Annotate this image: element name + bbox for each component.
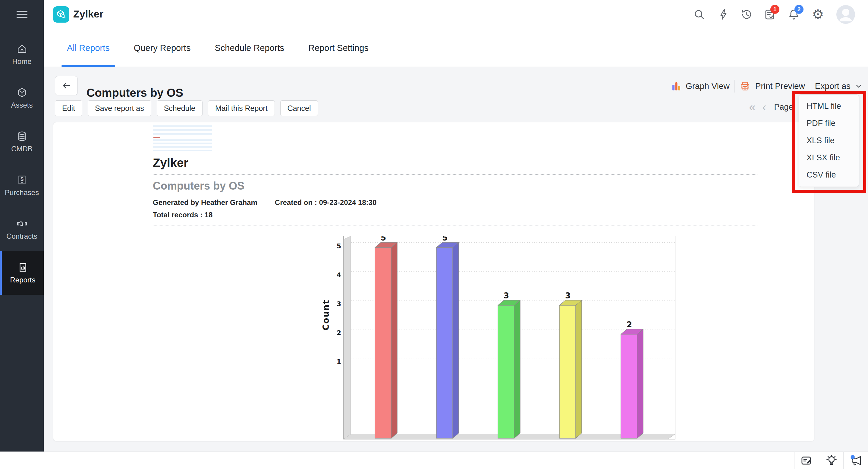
approvals-button[interactable]: 1: [763, 7, 777, 22]
export-as-button[interactable]: Export as: [815, 82, 850, 91]
svg-text:4: 4: [337, 271, 341, 279]
svg-text:Count: Count: [321, 299, 331, 330]
divider: [810, 80, 810, 93]
cancel-button[interactable]: Cancel: [280, 100, 318, 116]
divider: [735, 80, 735, 93]
sidebar-item-home[interactable]: Home: [0, 33, 44, 76]
export-option-html[interactable]: HTML file: [799, 98, 859, 115]
assets-cube-icon: [16, 87, 28, 98]
schedule-button[interactable]: Schedule: [157, 100, 203, 116]
reports-tabs: All ReportsQuery ReportsSchedule Reports…: [44, 29, 868, 67]
chart-bar: 3: [498, 291, 520, 438]
chart-bar: 5: [375, 236, 397, 438]
cmdb-database-icon: [16, 130, 28, 142]
sidebar-item-label: Home: [12, 57, 31, 66]
search-icon: [693, 8, 705, 21]
sidebar-item-label: Assets: [11, 101, 33, 110]
sidebar-item-purchases[interactable]: $Purchases: [0, 164, 44, 207]
approvals-badge: 1: [770, 5, 779, 14]
dotted-separator: [153, 174, 757, 175]
first-page-button[interactable]: «: [749, 100, 755, 114]
hamburger-menu-button[interactable]: [0, 0, 44, 29]
svg-text:3: 3: [504, 291, 509, 300]
sidebar-item-label: Contracts: [6, 232, 37, 241]
svg-text:$: $: [21, 176, 24, 182]
svg-text:5: 5: [337, 242, 341, 250]
sidebar-item-label: Purchases: [5, 188, 39, 197]
tips-button[interactable]: [819, 452, 844, 469]
graph-view-button[interactable]: Graph View: [686, 82, 730, 91]
chart-bar: 5: [436, 236, 459, 438]
sidebar-item-cmdb[interactable]: CMDB: [0, 120, 44, 164]
svg-text:1: 1: [337, 358, 341, 366]
home-icon: [16, 43, 28, 55]
bar-chart: 12345Count55332: [315, 236, 677, 441]
tab-query-reports[interactable]: Query Reports: [134, 29, 191, 67]
sidebar-item-label: CMDB: [11, 145, 33, 153]
previous-page-button[interactable]: ‹: [762, 100, 766, 114]
document-company-name: Zylker: [153, 156, 188, 170]
megaphone-icon: [849, 454, 863, 467]
total-records-text: Total records : 18: [153, 211, 213, 219]
gear-icon: ⚙: [812, 8, 824, 21]
feedback-button[interactable]: [794, 452, 819, 469]
report-document-card: Zylker Computers by OS Generated by Heat…: [53, 122, 814, 441]
generated-by-text: Generated by Heather Graham: [153, 198, 257, 207]
chart-bar: 3: [559, 291, 582, 438]
export-option-pdf[interactable]: PDF file: [799, 115, 859, 132]
history-button[interactable]: [739, 7, 754, 22]
tab-report-settings[interactable]: Report Settings: [308, 29, 369, 67]
export-option-xlsx[interactable]: XLSX file: [799, 149, 859, 166]
save-report-as-button[interactable]: Save report as: [88, 100, 151, 116]
settings-button[interactable]: ⚙: [811, 7, 825, 22]
svg-text:2: 2: [337, 329, 341, 337]
document-meta: Generated by Heather GrahamCreated on : …: [153, 198, 376, 207]
svg-text:3: 3: [337, 300, 341, 308]
app-window: HomeAssetsCMDB$PurchasesContractsReports…: [0, 0, 868, 469]
user-avatar[interactable]: [836, 5, 855, 24]
announcements-button[interactable]: [843, 452, 868, 469]
sidebar-item-label: Reports: [10, 276, 35, 284]
content-area: Computers by OS Graph View Print Preview…: [44, 67, 868, 451]
mail-this-report-button[interactable]: Mail this Report: [208, 100, 275, 116]
sidebar-item-reports[interactable]: Reports: [0, 251, 44, 295]
tab-schedule-reports[interactable]: Schedule Reports: [215, 29, 284, 67]
printer-icon: [740, 81, 750, 92]
sidebar-item-contracts[interactable]: Contracts: [0, 207, 44, 251]
reports-chart-icon: [17, 262, 29, 273]
sidebar-item-assets[interactable]: Assets: [0, 76, 44, 120]
back-button[interactable]: [55, 76, 78, 95]
person-silhouette-icon: [836, 5, 855, 24]
lightbulb-icon: [825, 454, 838, 467]
bottom-toolbar: [0, 451, 868, 469]
page-title: Computers by OS: [87, 87, 183, 99]
svg-text:2: 2: [627, 320, 632, 329]
app-logo[interactable]: [53, 6, 69, 23]
cube-search-icon: [56, 9, 66, 20]
tab-all-reports[interactable]: All Reports: [67, 29, 110, 67]
report-action-buttons: EditSave report asScheduleMail this Repo…: [55, 100, 318, 116]
history-clock-icon: [741, 8, 752, 21]
page-label: Page: [774, 102, 793, 112]
lightning-bolt-icon: [717, 8, 730, 21]
svg-text:5: 5: [442, 236, 447, 242]
back-arrow-icon: [61, 80, 72, 91]
svg-text:3: 3: [565, 291, 570, 300]
graph-view-icon: [672, 82, 681, 91]
export-option-xls[interactable]: XLS file: [799, 132, 859, 149]
sidebar: HomeAssetsCMDB$PurchasesContractsReports: [0, 0, 44, 451]
edit-button[interactable]: Edit: [55, 100, 82, 116]
purchases-dollar-icon: $: [16, 174, 28, 186]
export-option-csv[interactable]: CSV file: [799, 166, 859, 184]
chevron-down-icon: [856, 84, 861, 88]
print-preview-button[interactable]: Print Preview: [755, 82, 805, 91]
created-on-text: Created on : 09-23-2024 18:30: [275, 198, 377, 207]
quick-actions-button[interactable]: [716, 7, 731, 22]
notifications-button[interactable]: 2: [786, 7, 801, 22]
note-edit-icon: [800, 454, 813, 467]
export-dropdown-menu: HTML filePDF fileXLS fileXLSX fileCSV fi…: [799, 94, 859, 187]
contracts-handshake-icon: [16, 218, 28, 229]
notifications-badge: 2: [795, 5, 804, 14]
search-button[interactable]: [692, 7, 707, 22]
topbar: Zylker 1 2 ⚙: [44, 0, 868, 29]
